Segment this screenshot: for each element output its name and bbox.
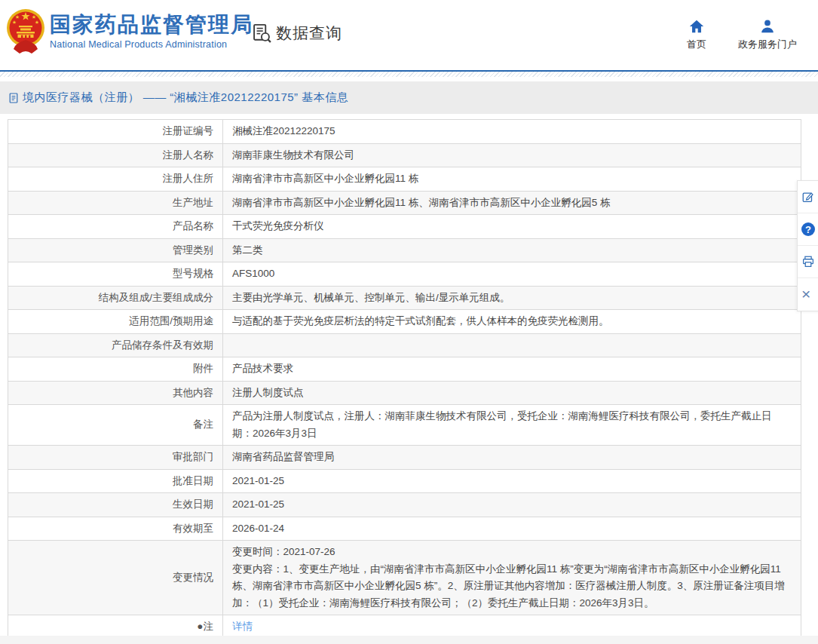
close-button[interactable]: ×: [798, 278, 818, 311]
help-button[interactable]: ?: [798, 213, 818, 246]
row-label: 生效日期: [8, 493, 223, 517]
user-icon: [759, 18, 776, 35]
table-row: 产品储存条件及有效期: [8, 334, 801, 358]
breadcrumb: 境内医疗器械（注册） —— “湘械注准20212220175” 基本信息: [0, 81, 818, 114]
floating-side-toolbar: ? ×: [797, 180, 818, 311]
row-value: 产品技术要求: [223, 357, 801, 381]
row-label: 适用范围/预期用途: [8, 310, 223, 333]
table-row: 型号规格AFS1000: [8, 262, 801, 287]
row-label: 管理类别: [8, 239, 223, 262]
row-value: 干式荧光免疫分析仪: [223, 215, 801, 238]
table-row: 生效日期2021-01-25: [8, 493, 801, 517]
row-value: AFS1000: [223, 262, 801, 286]
row-label: 注册证编号: [8, 120, 223, 143]
table-row: 注册人住所湖南省津市市高新区中小企业孵化园11 栋: [8, 167, 801, 192]
table-row: 审批部门湖南省药品监督管理局: [8, 446, 801, 470]
nav-service-portal-label: 政务服务门户: [738, 38, 797, 51]
edit-icon: [801, 190, 815, 204]
header-hatch-band: [0, 72, 818, 77]
detail-link[interactable]: 详情: [232, 618, 253, 636]
nav-home-label: 首页: [687, 38, 706, 51]
table-row: 产品名称干式荧光免疫分析仪: [8, 215, 801, 239]
table-row: 附件产品技术要求: [8, 357, 801, 382]
print-icon: [801, 255, 815, 268]
row-value: 详情: [223, 615, 801, 639]
home-icon: [688, 18, 705, 35]
brand-title-en: National Medical Products Administration: [50, 39, 253, 50]
brand-block: 国家药品监督管理局 National Medical Products Admi…: [50, 13, 253, 50]
row-label: 变更情况: [8, 541, 223, 615]
table-row: 有效期至2026-01-24: [8, 517, 801, 541]
row-value: 湖南省津市市高新区中小企业孵化园11 栋、湖南省津市市高新区中小企业孵化园5 栋: [223, 192, 801, 215]
edit-button[interactable]: [798, 181, 818, 213]
nav-home[interactable]: 首页: [687, 18, 706, 51]
row-value: 注册人制度试点: [223, 382, 801, 405]
page-title: 境内医疗器械（注册） —— “湘械注准20212220175” 基本信息: [23, 90, 348, 105]
row-label: 产品名称: [8, 215, 223, 238]
close-icon: ×: [801, 287, 810, 301]
row-label: 批准日期: [8, 470, 223, 493]
table-row: 备注产品为注册人制度试点，注册人：湖南菲康生物技术有限公司，受托企业：湖南海鲤医…: [8, 405, 801, 446]
data-query-entry[interactable]: 数据查询: [251, 23, 342, 44]
row-value: 湘械注准20212220175: [223, 120, 801, 143]
row-label: 其他内容: [8, 382, 223, 405]
table-row: 其他内容注册人制度试点: [8, 382, 801, 406]
row-label: ●注: [8, 615, 223, 639]
row-label: 备注: [8, 405, 223, 445]
row-label: 产品储存条件及有效期: [8, 334, 223, 357]
table-row: 变更情况变更时间：2021-07-26 变更内容：1、变更生产地址，由“湖南省津…: [8, 541, 801, 615]
nav-service-portal[interactable]: 政务服务门户: [738, 18, 797, 51]
registration-info-table: 注册证编号湘械注准20212220175注册人名称湖南菲康生物技术有限公司注册人…: [8, 119, 801, 639]
table-row: 适用范围/预期用途与适配的基于荧光免疫层析法的特定干式试剂配套，供人体样本的免疫…: [8, 310, 801, 334]
row-label: 附件: [8, 357, 223, 381]
row-label: 注册人住所: [8, 167, 223, 191]
row-value: 变更时间：2021-07-26 变更内容：1、变更生产地址，由“湖南省津市市高新…: [223, 541, 801, 615]
row-label: 型号规格: [8, 262, 223, 286]
row-label: 有效期至: [8, 517, 223, 541]
brand-title-cn: 国家药品监督管理局: [50, 13, 253, 37]
row-label: 结构及组成/主要组成成分: [8, 287, 223, 310]
row-label: 注册人名称: [8, 144, 223, 167]
row-value: 湖南省津市市高新区中小企业孵化园11 栋: [223, 167, 801, 191]
document-icon: [8, 92, 20, 104]
row-value: 湖南省药品监督管理局: [223, 446, 801, 469]
table-row: 注册人名称湖南菲康生物技术有限公司: [8, 144, 801, 168]
row-value: 与适配的基于荧光免疫层析法的特定干式试剂配套，供人体样本的免疫荧光检测用。: [223, 310, 801, 333]
row-value: 湖南菲康生物技术有限公司: [223, 144, 801, 167]
national-emblem-logo: [6, 5, 45, 55]
row-value: 2021-01-25: [223, 493, 801, 517]
row-value: 主要由光学单元、机械单元、控制单元、输出/显示单元组成。: [223, 287, 801, 310]
row-label: 审批部门: [8, 446, 223, 469]
data-query-label: 数据查询: [276, 23, 342, 44]
help-icon: ?: [801, 222, 815, 236]
row-value: 产品为注册人制度试点，注册人：湖南菲康生物技术有限公司，受托企业：湖南海鲤医疗科…: [223, 405, 801, 445]
row-value: [223, 334, 801, 357]
print-button[interactable]: [798, 246, 818, 278]
row-label: 生产地址: [8, 192, 223, 215]
row-value: 2021-01-25: [223, 470, 801, 493]
table-row: 注册证编号湘械注准20212220175: [8, 120, 801, 144]
table-row: 结构及组成/主要组成成分主要由光学单元、机械单元、控制单元、输出/显示单元组成。: [8, 287, 801, 311]
site-header: 国家药品监督管理局 National Medical Products Admi…: [0, 0, 818, 70]
info-table-body: 注册证编号湘械注准20212220175注册人名称湖南菲康生物技术有限公司注册人…: [8, 120, 801, 639]
row-value: 2026-01-24: [223, 517, 801, 541]
data-query-icon: [251, 23, 272, 44]
row-value: 第二类: [223, 239, 801, 262]
footer-band: [0, 636, 818, 644]
table-row: 生产地址湖南省津市市高新区中小企业孵化园11 栋、湖南省津市市高新区中小企业孵化…: [8, 192, 801, 216]
table-row: 管理类别第二类: [8, 239, 801, 263]
table-row: 批准日期2021-01-25: [8, 470, 801, 494]
top-nav: 首页 政务服务门户: [687, 18, 797, 51]
